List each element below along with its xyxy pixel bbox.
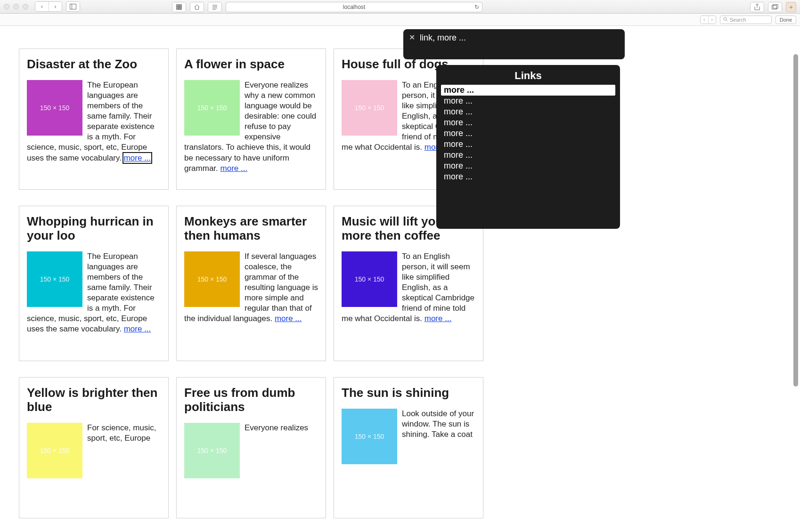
- search-icon: [723, 17, 728, 23]
- svg-rect-4: [180, 5, 182, 6]
- article-body: 150 × 150The European languages are memb…: [27, 251, 161, 335]
- back-button[interactable]: ‹: [35, 2, 49, 11]
- rotor-item[interactable]: more ...: [441, 139, 615, 150]
- more-link[interactable]: more ...: [220, 164, 248, 173]
- article-card: Free us from dumb politicians150 × 150Ev…: [176, 377, 326, 518]
- reload-icon[interactable]: ↻: [474, 4, 479, 10]
- article-body: 150 × 150Everyone realizes why a new com…: [184, 80, 318, 174]
- rotor-item[interactable]: more ...: [441, 85, 615, 96]
- article-card: Music will lift you more then coffee150 …: [334, 206, 483, 361]
- rotor-item[interactable]: more ...: [441, 128, 615, 139]
- placeholder-image: 150 × 150: [342, 80, 397, 136]
- rotor-next-button[interactable]: ›: [708, 16, 716, 24]
- placeholder-image: 150 × 150: [184, 423, 240, 478]
- article-body: 150 × 150If several languages coalesce, …: [184, 251, 318, 324]
- more-link[interactable]: more ...: [424, 314, 452, 323]
- minimize-icon[interactable]: [13, 4, 19, 9]
- svg-rect-2: [177, 5, 178, 6]
- rotor-list: more ...more ...more ...more ...more ...…: [441, 85, 615, 224]
- article-text: Look outside of your window. The sun is …: [402, 409, 474, 439]
- article-text: For science, music, sport, etc, Europe: [87, 423, 156, 443]
- voiceover-panel: ✕ link, more ...: [403, 29, 625, 59]
- scrollbar-thumb[interactable]: [793, 54, 798, 387]
- svg-rect-16: [773, 5, 778, 8]
- scrollbar[interactable]: [793, 54, 798, 529]
- close-icon[interactable]: ✕: [409, 34, 415, 41]
- more-link[interactable]: more ...: [124, 153, 151, 162]
- article-title: Yellow is brighter then blue: [27, 386, 161, 414]
- svg-rect-9: [179, 8, 180, 10]
- article-card: Monkeys are smarter then humans150 × 150…: [176, 206, 326, 361]
- placeholder-image: 150 × 150: [27, 423, 82, 478]
- article-title: A flower in space: [184, 57, 318, 72]
- more-link[interactable]: more ...: [124, 324, 151, 333]
- forward-button[interactable]: ›: [49, 2, 62, 11]
- done-label: Done: [780, 17, 792, 23]
- window-controls: [4, 4, 28, 9]
- rotor-item[interactable]: more ...: [441, 96, 615, 106]
- placeholder-image: 150 × 150: [27, 251, 82, 307]
- svg-line-18: [726, 20, 727, 21]
- article-body: 150 × 150Everyone realizes: [184, 423, 318, 433]
- rotor-item[interactable]: more ...: [441, 150, 615, 161]
- article-title: The sun is shining: [342, 386, 475, 400]
- article-title: Monkeys are smarter then humans: [184, 215, 318, 243]
- reader-icon[interactable]: [208, 2, 221, 12]
- article-card: Disaster at the Zoo150 × 150The European…: [19, 48, 169, 190]
- maximize-icon[interactable]: [23, 4, 28, 9]
- svg-rect-10: [180, 8, 182, 10]
- svg-rect-0: [70, 4, 76, 9]
- search-input[interactable]: Search: [720, 16, 772, 24]
- svg-rect-3: [179, 5, 180, 6]
- article-card: A flower in space150 × 150Everyone reali…: [176, 48, 326, 190]
- search-placeholder: Search: [730, 17, 746, 23]
- svg-point-17: [724, 17, 727, 20]
- browser-toolbar: ‹ › localhost: [0, 0, 800, 14]
- article-card: Yellow is brighter then blue150 × 150For…: [19, 377, 169, 518]
- rotor-item[interactable]: more ...: [441, 161, 615, 171]
- page-viewport: Disaster at the Zoo150 × 150The European…: [0, 26, 800, 532]
- rotor-panel: Links more ...more ...more ...more ...mo…: [436, 65, 620, 229]
- sidebar-toggle-group: [66, 1, 80, 12]
- close-icon[interactable]: [4, 4, 9, 9]
- article-title: Whopping hurrican in your loo: [27, 215, 161, 243]
- svg-rect-5: [177, 7, 178, 8]
- placeholder-image: 150 × 150: [342, 251, 397, 307]
- placeholder-image: 150 × 150: [27, 80, 82, 136]
- show-tabs-icon[interactable]: [768, 2, 782, 12]
- share-icon[interactable]: [751, 2, 764, 12]
- done-button[interactable]: Done: [776, 16, 796, 24]
- svg-rect-7: [180, 7, 182, 8]
- nav-back-forward: ‹ ›: [35, 1, 62, 12]
- article-card: Whopping hurrican in your loo150 × 150Th…: [19, 206, 169, 361]
- svg-rect-6: [179, 7, 180, 8]
- rotor-item[interactable]: more ...: [441, 106, 615, 117]
- rotor-item[interactable]: more ...: [441, 171, 615, 182]
- home-icon[interactable]: [190, 2, 204, 12]
- find-bar: ‹ › Search Done: [0, 14, 800, 26]
- article-body: 150 × 150The European languages are memb…: [27, 80, 161, 163]
- sidebar-icon[interactable]: [66, 2, 80, 11]
- article-body: 150 × 150For science, music, sport, etc,…: [27, 423, 161, 443]
- address-bar[interactable]: localhost ↻: [226, 2, 482, 12]
- page-content: Disaster at the Zoo150 × 150The European…: [0, 26, 800, 532]
- svg-rect-8: [177, 8, 178, 10]
- article-title: Disaster at the Zoo: [27, 57, 161, 72]
- rotor-nav: ‹ ›: [700, 16, 716, 24]
- new-tab-button[interactable]: +: [786, 2, 796, 12]
- url-text: localhost: [343, 4, 365, 10]
- center-toolbar: localhost ↻: [172, 2, 482, 12]
- placeholder-image: 150 × 150: [184, 251, 240, 307]
- article-card: The sun is shining150 × 150Look outside …: [334, 377, 483, 518]
- svg-rect-15: [772, 6, 777, 9]
- placeholder-image: 150 × 150: [342, 409, 397, 464]
- rotor-title: Links: [441, 70, 615, 82]
- article-body: 150 × 150To an English person, it will s…: [342, 251, 475, 324]
- article-title: Free us from dumb politicians: [184, 386, 318, 414]
- rotor-item[interactable]: more ...: [441, 117, 615, 128]
- more-link[interactable]: more ...: [275, 314, 302, 323]
- article-grid: Disaster at the Zoo150 × 150The European…: [19, 48, 781, 518]
- top-sites-icon[interactable]: [172, 2, 186, 12]
- rotor-prev-button[interactable]: ‹: [701, 16, 708, 24]
- placeholder-image: 150 × 150: [184, 80, 240, 136]
